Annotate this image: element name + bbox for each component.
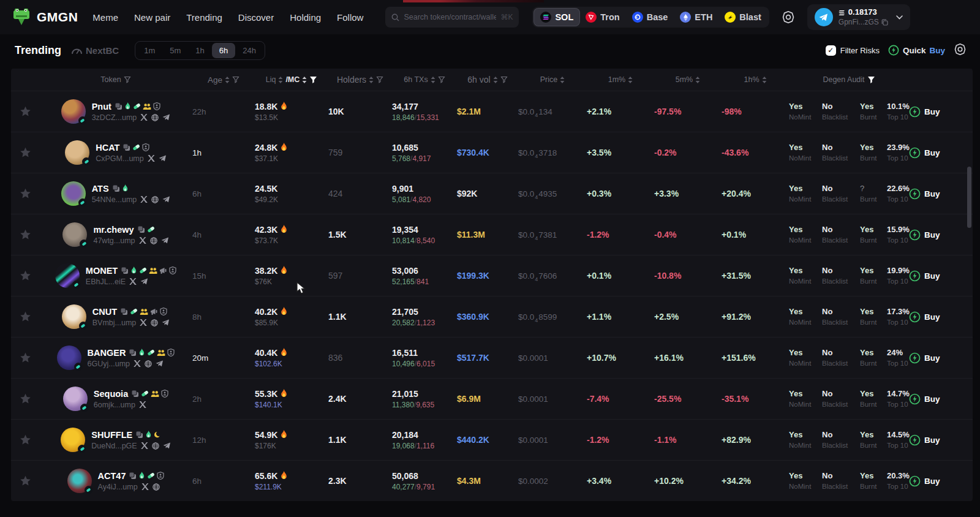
sort-icon[interactable]	[762, 77, 767, 83]
token-address[interactable]: 54NNe...ump	[92, 195, 137, 204]
token-name[interactable]: SHUFFLE	[91, 430, 132, 440]
token-avatar[interactable]	[62, 222, 87, 247]
filter-funnel-icon[interactable]	[500, 76, 508, 83]
x-icon[interactable]	[140, 319, 147, 326]
favorite-star-icon[interactable]	[20, 106, 31, 117]
buy-button[interactable]: Buy	[909, 270, 940, 282]
col-vol[interactable]: 6h vol	[457, 75, 518, 85]
token-address[interactable]: 47wtg...ump	[93, 236, 135, 245]
sort-icon[interactable]	[695, 77, 700, 83]
nextbc-toggle[interactable]: NextBC	[71, 45, 119, 56]
telegram-icon[interactable]	[162, 196, 170, 203]
token-name[interactable]: Pnut	[92, 102, 111, 111]
favorite-star-icon[interactable]	[20, 434, 31, 445]
buy-button[interactable]: Buy	[909, 434, 940, 446]
token-avatar[interactable]	[63, 387, 88, 411]
favorite-star-icon[interactable]	[20, 475, 31, 486]
x-icon[interactable]	[141, 483, 149, 490]
nav-meme[interactable]: Meme	[92, 12, 118, 23]
sort-icon[interactable]	[628, 77, 633, 83]
token-name[interactable]: Sequoia	[94, 389, 128, 399]
nav-new-pair[interactable]: New pair	[134, 12, 170, 23]
time-1m[interactable]: 1m	[137, 43, 162, 58]
filter-funnel-active-icon[interactable]	[867, 76, 875, 84]
filter-funnel-icon[interactable]	[232, 76, 239, 83]
x-icon[interactable]	[139, 401, 146, 408]
sort-icon[interactable]	[493, 77, 498, 83]
favorite-star-icon[interactable]	[20, 229, 31, 240]
globe-icon[interactable]	[145, 360, 152, 368]
wallet-widget[interactable]: 0.18173 GpnFi...zGS	[807, 4, 910, 29]
filter-risks-toggle[interactable]: ✓ Filter Risks	[826, 45, 880, 56]
time-6h[interactable]: 6h	[212, 43, 235, 58]
search-input[interactable]: Search token/contract/wallet ⌘K	[385, 7, 519, 28]
token-name[interactable]: MONET	[86, 266, 118, 276]
telegram-icon[interactable]	[163, 442, 171, 449]
nav-trending[interactable]: Trending	[186, 12, 222, 23]
token-avatar[interactable]	[61, 428, 85, 452]
globe-icon[interactable]	[152, 442, 159, 450]
token-avatar[interactable]	[65, 140, 89, 165]
col-liq-mc[interactable]: Liq /MC	[255, 75, 328, 84]
token-address[interactable]: EBhJL...eiE	[86, 277, 126, 286]
telegram-icon[interactable]	[162, 114, 170, 121]
token-avatar[interactable]	[62, 304, 86, 329]
filter-funnel-icon[interactable]	[376, 76, 383, 83]
buy-button[interactable]: Buy	[909, 106, 940, 118]
buy-button[interactable]: Buy	[909, 311, 940, 323]
telegram-icon[interactable]	[140, 278, 148, 285]
sort-icon[interactable]	[278, 77, 283, 83]
globe-icon[interactable]	[151, 114, 159, 121]
token-address[interactable]: 6omjk...ump	[94, 401, 135, 409]
col-1h[interactable]: 1h%	[722, 75, 789, 84]
telegram-icon[interactable]	[161, 237, 169, 244]
filter-funnel-icon[interactable]	[438, 76, 445, 83]
x-icon[interactable]	[141, 442, 148, 449]
col-1m[interactable]: 1m%	[587, 75, 654, 84]
globe-icon[interactable]	[151, 319, 158, 326]
globe-icon[interactable]	[151, 196, 159, 203]
nav-follow[interactable]: Follow	[337, 12, 363, 23]
favorite-star-icon[interactable]	[20, 393, 31, 404]
chevron-down-icon[interactable]	[896, 13, 903, 21]
col-holders[interactable]: Holders	[328, 75, 392, 85]
chain-sol[interactable]: SOL	[534, 9, 579, 26]
filter-funnel-icon[interactable]	[124, 76, 131, 83]
x-icon[interactable]	[129, 278, 137, 285]
chain-tron[interactable]: Tron	[579, 9, 625, 26]
chain-eth[interactable]: ETH	[674, 9, 718, 26]
scrollbar-thumb[interactable]	[967, 167, 971, 228]
col-txs[interactable]: 6h TXs	[392, 75, 457, 84]
token-name[interactable]: BANGER	[88, 348, 126, 358]
globe-icon[interactable]	[153, 483, 160, 491]
time-1h[interactable]: 1h	[188, 43, 211, 58]
buy-button[interactable]: Buy	[909, 352, 940, 364]
favorite-star-icon[interactable]	[20, 188, 31, 199]
col-age[interactable]: Age	[192, 75, 255, 85]
x-icon[interactable]	[140, 114, 148, 121]
token-avatar[interactable]	[55, 263, 80, 288]
telegram-icon[interactable]	[159, 155, 167, 162]
nav-holding[interactable]: Holding	[290, 12, 321, 23]
sort-icon[interactable]	[431, 77, 435, 83]
token-avatar[interactable]	[61, 99, 86, 124]
globe-icon[interactable]	[150, 237, 157, 244]
sort-icon[interactable]	[225, 77, 230, 83]
buy-button[interactable]: Buy	[909, 188, 940, 200]
token-address[interactable]: 3zDCZ...ump	[92, 113, 137, 122]
filter-funnel-active-icon[interactable]	[309, 76, 317, 84]
buy-button[interactable]: Buy	[909, 229, 940, 241]
header-settings-button[interactable]	[782, 10, 795, 24]
quick-buy-button[interactable]: Quick Buy	[888, 45, 945, 56]
copy-address-icon[interactable]	[881, 19, 888, 26]
token-avatar[interactable]	[61, 181, 86, 206]
sort-icon[interactable]	[369, 77, 374, 83]
x-icon[interactable]	[139, 237, 146, 244]
token-address[interactable]: CxPGM...ump	[96, 154, 144, 163]
col-price[interactable]: Price	[518, 75, 587, 84]
token-address[interactable]: Ay4iJ...ump	[98, 483, 138, 491]
chain-base[interactable]: Base	[626, 9, 674, 26]
sort-icon[interactable]	[560, 77, 565, 83]
token-name[interactable]: HCAT	[96, 143, 119, 153]
telegram-icon[interactable]	[162, 319, 170, 326]
